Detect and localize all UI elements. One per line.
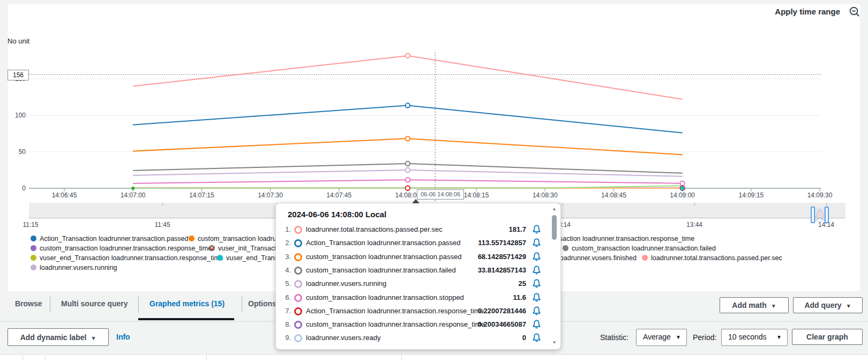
metric-color-ring bbox=[294, 280, 302, 288]
create-alarm-bell-icon[interactable] bbox=[532, 306, 541, 316]
create-alarm-bell-icon[interactable] bbox=[532, 292, 541, 303]
statistic-value: Average bbox=[643, 333, 671, 341]
legend-color-dot bbox=[31, 245, 36, 251]
add-query-label: Add query bbox=[804, 301, 841, 310]
chevron-down-icon: ▼ bbox=[846, 303, 851, 309]
tooltip-row: 2.Action_Transaction loadrunner.transact… bbox=[276, 238, 560, 248]
tooltip-metric-value: 68.1428571429 bbox=[478, 253, 526, 261]
tooltip-row: 3.custom_transaction loadrunner.transact… bbox=[276, 252, 560, 262]
legend-label: vuser_end_Transaction loadrunner.transac… bbox=[40, 254, 223, 262]
tab-multi-source-query[interactable]: Multi source query bbox=[61, 299, 128, 308]
data-point-marker[interactable] bbox=[406, 54, 410, 58]
legend-color-dot bbox=[642, 255, 648, 261]
timeline-brush[interactable] bbox=[811, 207, 829, 223]
tooltip-metric-name: loadrunner.vusers.ready bbox=[306, 334, 380, 342]
data-point-marker[interactable] bbox=[406, 161, 410, 166]
legend-label: loadrunner.vusers.running bbox=[40, 264, 117, 271]
x-tick-label: 14:09:15 bbox=[738, 191, 764, 199]
scroll-down-icon[interactable]: ▼ bbox=[551, 340, 557, 345]
add-query-button[interactable]: Add query▼ bbox=[793, 297, 863, 313]
add-dynamic-label-button[interactable]: Add dynamic label▼ bbox=[8, 328, 109, 346]
chevron-down-icon: ▼ bbox=[676, 334, 681, 340]
legend-color-dot bbox=[31, 255, 36, 261]
tooltip-metric-value: 0.22007281446 bbox=[478, 307, 526, 315]
data-point-marker[interactable] bbox=[131, 187, 134, 190]
create-alarm-bell-icon[interactable] bbox=[532, 224, 541, 234]
cursor-time-badge: 06-06 14:08:06 bbox=[417, 189, 464, 200]
data-point-marker[interactable] bbox=[406, 178, 410, 182]
brush-handle-right[interactable] bbox=[825, 207, 829, 223]
tab-options[interactable]: Options bbox=[248, 299, 276, 308]
tooltip-row-number: 2. bbox=[278, 239, 291, 247]
x-tick-label: 14:08:15 bbox=[464, 191, 489, 199]
metric-color-ring bbox=[294, 267, 302, 275]
chevron-down-icon: ▼ bbox=[771, 303, 776, 309]
legend-label: custom_transaction loadrunner.transactio… bbox=[40, 245, 212, 252]
active-tab-underline bbox=[138, 318, 234, 320]
tooltip-row: 9.loadrunner.vusers.ready0 bbox=[276, 333, 560, 343]
x-tick-label: 14:07:00 bbox=[121, 191, 146, 199]
tooltip-metric-name: loadrunner.total.transactions.passed.per… bbox=[306, 225, 442, 233]
tab-divider bbox=[242, 297, 242, 313]
tooltip-metric-name: custom_transaction loadrunner.transactio… bbox=[306, 320, 485, 328]
scrollbar-thumb[interactable] bbox=[552, 215, 557, 240]
tooltip-metric-value: 11.6 bbox=[513, 293, 526, 301]
statistic-select[interactable]: Average ▼ bbox=[636, 329, 687, 346]
create-alarm-bell-icon[interactable] bbox=[532, 278, 541, 289]
tooltip-row: 1.loadrunner.total.transactions.passed.p… bbox=[276, 224, 560, 235]
tooltip-row-number: 7. bbox=[278, 307, 291, 315]
tab-browse[interactable]: Browse bbox=[15, 299, 42, 308]
timeline-tick bbox=[694, 203, 695, 206]
data-point-marker[interactable] bbox=[680, 181, 684, 186]
x-tick-label: 14:09:30 bbox=[807, 191, 833, 199]
timeline-tick bbox=[563, 203, 563, 206]
info-link[interactable]: Info bbox=[116, 333, 130, 341]
data-point-marker[interactable] bbox=[406, 186, 410, 190]
create-alarm-bell-icon[interactable] bbox=[532, 319, 541, 329]
tooltip-metric-name: custom_transaction loadrunner.transactio… bbox=[306, 253, 462, 261]
tooltip-row: 8.custom_transaction loadrunner.transact… bbox=[276, 319, 560, 330]
tooltip-row: 7.Action_Transaction loadrunner.transact… bbox=[276, 306, 560, 316]
tooltip-scrollbar[interactable]: ▲ ▼ bbox=[551, 207, 557, 345]
chevron-down-icon: ▼ bbox=[776, 334, 782, 340]
series-line[interactable] bbox=[133, 106, 682, 133]
tooltip-metric-name: Action_Transaction loadrunner.transactio… bbox=[306, 307, 484, 315]
tooltip-row-number: 5. bbox=[278, 279, 291, 288]
hover-value-badge: 156 bbox=[8, 70, 29, 80]
tooltip-metric-value: 181.7 bbox=[508, 225, 526, 233]
create-alarm-bell-icon[interactable] bbox=[532, 265, 541, 275]
data-point-marker[interactable] bbox=[680, 187, 684, 190]
x-tick-label: 14:08:45 bbox=[601, 191, 626, 199]
add-math-label: Add math bbox=[732, 301, 767, 310]
create-alarm-bell-icon[interactable] bbox=[532, 333, 541, 343]
tab-divider bbox=[50, 297, 50, 313]
legend-label: loadrunner.vusers.finished bbox=[558, 254, 637, 262]
period-select[interactable]: 10 seconds ▼ bbox=[721, 329, 788, 346]
tooltip-metric-value: 25 bbox=[519, 279, 526, 288]
create-alarm-bell-icon[interactable] bbox=[532, 252, 541, 262]
tooltip-row: 4.custom_transaction loadrunner.transact… bbox=[276, 265, 560, 276]
add-math-button[interactable]: Add math▼ bbox=[720, 297, 789, 313]
create-alarm-bell-icon[interactable] bbox=[532, 238, 541, 248]
period-value: 10 seconds bbox=[728, 333, 767, 341]
table-column-divider bbox=[45, 355, 46, 361]
tooltip-timestamp: 2024-06-06 14:08:00 Local bbox=[288, 210, 386, 219]
timeline-label: 11:15 bbox=[23, 221, 38, 229]
data-point-marker[interactable] bbox=[406, 168, 410, 172]
data-point-marker[interactable] bbox=[406, 103, 410, 107]
brush-selection[interactable] bbox=[815, 208, 825, 222]
add-dynamic-label-text: Add dynamic label bbox=[20, 333, 87, 342]
clear-graph-label: Clear graph bbox=[806, 333, 848, 341]
brush-handle-left[interactable] bbox=[811, 207, 815, 223]
clear-graph-button[interactable]: Clear graph bbox=[792, 329, 863, 345]
tooltip-row: 5.loadrunner.vusers.running25 bbox=[276, 278, 560, 289]
tooltip-metric-name: custom_transaction loadrunner.transactio… bbox=[306, 266, 456, 274]
legend-label: loadrunner.total.transactions.passed.per… bbox=[651, 254, 782, 262]
scroll-up-icon[interactable]: ▲ bbox=[551, 207, 557, 211]
data-point-marker[interactable] bbox=[406, 136, 410, 141]
statistic-label: Statistic: bbox=[600, 333, 628, 342]
tooltip-row-number: 6. bbox=[278, 293, 291, 301]
period-label: Period: bbox=[693, 333, 716, 342]
series-line[interactable] bbox=[133, 56, 682, 99]
tab-graphed-metrics-15-[interactable]: Graphed metrics (15) bbox=[149, 299, 225, 308]
